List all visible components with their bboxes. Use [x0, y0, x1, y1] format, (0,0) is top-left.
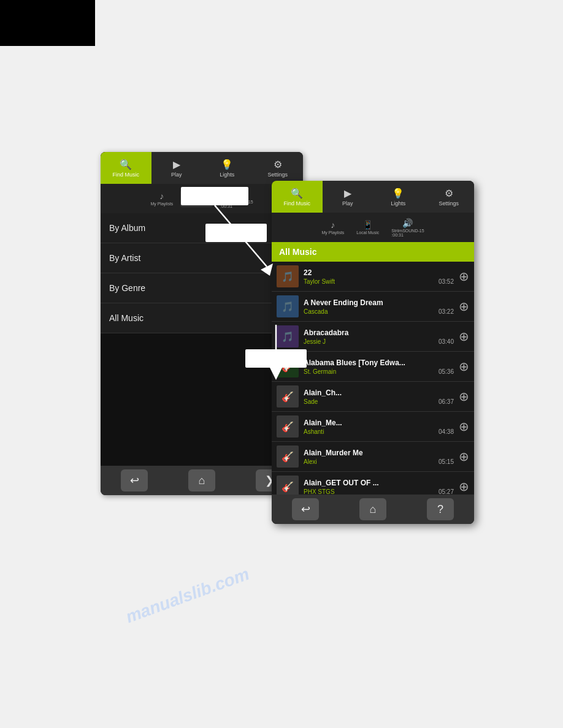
bottom-bar-right: ↩ ⌂ ?	[272, 495, 474, 524]
tab-lights-left[interactable]: 💡 Lights	[202, 152, 253, 184]
lights-icon-left: 💡	[221, 159, 233, 170]
song-meta-ned: Cascada 03:22	[304, 308, 454, 315]
song-duration-ned: 03:22	[439, 308, 454, 315]
tab-find-music-label-right: Find Music	[283, 200, 310, 207]
add-button-murder[interactable]: ⊕	[459, 449, 469, 464]
tab-settings-left[interactable]: ⚙ Settings	[253, 152, 304, 184]
striim-label-right: StriimSOUND-15:00:31	[391, 229, 424, 237]
song-title-getout: Alain_GET OUT OF ...	[304, 479, 454, 487]
song-title-alain-me: Alain_Me...	[304, 419, 454, 427]
tab-play-label-right: Play	[342, 200, 353, 207]
add-button-ned[interactable]: ⊕	[459, 299, 469, 314]
my-playlists-icon-left: ♪	[159, 191, 164, 201]
song-info-22: 22 Taylor Swift 03:52	[304, 268, 454, 285]
local-music-label-left: Local Music	[185, 202, 208, 206]
song-item-alain-ch[interactable]: 🎸 Alain_Ch... Sade 06:37 ⊕	[272, 382, 474, 412]
song-title-abra: Abracadabra	[304, 328, 454, 337]
tab-play-left[interactable]: ▶ Play	[151, 152, 202, 184]
tab-find-music-right[interactable]: 🔍 Find Music	[272, 181, 323, 213]
song-item-alain-murder-me[interactable]: 🎸 Alain_Murder Me Alexi 05:15 ⊕	[272, 442, 474, 472]
source-striim-right[interactable]: 🔊 StriimSOUND-15:00:31	[386, 217, 429, 238]
add-button-alain-me[interactable]: ⊕	[459, 419, 469, 434]
song-meta-alain-me: Ashanti 04:38	[304, 428, 454, 435]
add-button-alain-ch[interactable]: ⊕	[459, 389, 469, 404]
song-artist-alain-ch: Sade	[304, 398, 318, 405]
tab-play-label-left: Play	[171, 172, 182, 178]
song-artist-alain-me: Ashanti	[304, 428, 324, 435]
tab-lights-right[interactable]: 💡 Lights	[373, 181, 424, 213]
play-icon-left: ▶	[173, 159, 180, 170]
song-item-alain-me[interactable]: 🎸 Alain_Me... Ashanti 04:38 ⊕	[272, 412, 474, 442]
my-playlists-label-right: My Playlists	[321, 230, 344, 235]
song-item-abracadabra[interactable]: 🎵 Abracadabra Jessie J 03:40 ⊕	[272, 322, 474, 352]
tab-settings-right[interactable]: ⚙ Settings	[424, 181, 475, 213]
home-button-right[interactable]: ⌂	[359, 498, 386, 520]
song-duration-getout: 05:27	[439, 488, 454, 495]
watermark: manualslib.com	[123, 564, 252, 627]
source-my-playlists-right[interactable]: ♪ My Playlists	[316, 219, 349, 236]
back-button-left[interactable]: ↩	[121, 469, 148, 491]
song-duration-abra: 03:40	[439, 338, 454, 345]
song-thumb-alabama: 🎸	[277, 355, 299, 377]
tab-settings-label-right: Settings	[439, 200, 459, 207]
song-thumb-murder: 🎸	[277, 446, 299, 468]
song-artist-ned: Cascada	[304, 308, 327, 315]
song-title-22: 22	[304, 268, 454, 277]
song-artist-abra: Jessie J	[304, 338, 326, 345]
tab-find-music-label-left: Find Music	[112, 172, 139, 178]
tab-lights-label-right: Lights	[391, 200, 405, 207]
my-playlists-label-left: My Playlists	[150, 202, 173, 206]
settings-icon-right: ⚙	[445, 188, 453, 199]
add-button-abra[interactable]: ⊕	[459, 329, 469, 344]
song-info-alain-me: Alain_Me... Ashanti 04:38	[304, 419, 454, 435]
striim-label-left: StriimSOUND-15:00:31	[220, 200, 253, 208]
help-button-right[interactable]: ?	[427, 498, 454, 520]
tab-bar-left: 🔍 Find Music ▶ Play 💡 Lights ⚙ Settings	[101, 152, 303, 184]
song-duration-22: 03:52	[439, 278, 454, 285]
song-meta-alain-ch: Sade 06:37	[304, 398, 454, 405]
tab-bar-right: 🔍 Find Music ▶ Play 💡 Lights ⚙ Settings	[272, 181, 474, 213]
source-local-music-left[interactable]: 📱 Local Music	[180, 190, 213, 207]
song-meta-abra: Jessie J 03:40	[304, 338, 454, 345]
song-duration-alabama: 05:36	[439, 368, 454, 375]
tab-find-music-left[interactable]: 🔍 Find Music	[101, 152, 151, 184]
song-thumb-getout: 🎸	[277, 476, 299, 495]
song-artist-getout: PHX STGS	[304, 488, 335, 495]
song-title-ned: A Never Ending Dream	[304, 298, 454, 307]
song-item-never-ending-dream[interactable]: 🎵 A Never Ending Dream Cascada 03:22 ⊕	[272, 292, 474, 322]
song-artist-murder: Alexi	[304, 458, 317, 465]
source-bar-right: ♪ My Playlists 📱 Local Music 🔊 StriimSOU…	[272, 213, 474, 242]
source-my-playlists-left[interactable]: ♪ My Playlists	[145, 190, 178, 207]
song-title-alain-ch: Alain_Ch...	[304, 389, 454, 397]
local-music-icon-right: 📱	[362, 220, 373, 230]
my-playlists-icon-right: ♪	[331, 220, 335, 230]
tab-lights-label-left: Lights	[220, 172, 234, 178]
find-music-icon-right: 🔍	[291, 188, 303, 199]
song-info-getout: Alain_GET OUT OF ... PHX STGS 05:27	[304, 479, 454, 495]
lights-icon-right: 💡	[392, 188, 404, 199]
source-local-music-right[interactable]: 📱 Local Music	[351, 219, 384, 236]
song-artist-alabama: St. Germain	[304, 368, 336, 375]
add-button-getout[interactable]: ⊕	[459, 479, 469, 494]
back-button-right[interactable]: ↩	[292, 498, 319, 520]
song-thumb-22: 🎵	[277, 265, 299, 287]
music-list[interactable]: 🎵 22 Taylor Swift 03:52 ⊕ 🎵 A Never Endi…	[272, 262, 474, 495]
song-item-22[interactable]: 🎵 22 Taylor Swift 03:52 ⊕	[272, 262, 474, 292]
local-music-icon-left: 📱	[191, 191, 202, 201]
song-duration-alain-ch: 06:37	[439, 398, 454, 405]
song-item-alain-getout[interactable]: 🎸 Alain_GET OUT OF ... PHX STGS 05:27 ⊕	[272, 472, 474, 495]
song-info-ned: A Never Ending Dream Cascada 03:22	[304, 298, 454, 315]
home-button-left[interactable]: ⌂	[188, 469, 215, 491]
song-info-alabama: Alabama Blues [Tony Edwa... St. Germain …	[304, 358, 454, 375]
striim-icon-left: 🔊	[231, 189, 242, 199]
add-button-alabama[interactable]: ⊕	[459, 359, 469, 374]
tab-play-right[interactable]: ▶ Play	[323, 181, 373, 213]
find-music-icon-left: 🔍	[120, 159, 132, 170]
top-black-box	[0, 0, 95, 46]
source-striim-left[interactable]: 🔊 StriimSOUND-15:00:31	[215, 188, 258, 210]
add-button-22[interactable]: ⊕	[459, 269, 469, 284]
song-duration-murder: 05:15	[439, 458, 454, 465]
song-item-alabama-blues[interactable]: 🎸 Alabama Blues [Tony Edwa... St. Germai…	[272, 352, 474, 382]
song-meta-murder: Alexi 05:15	[304, 458, 454, 465]
phone-right: 🔍 Find Music ▶ Play 💡 Lights ⚙ Settings …	[272, 181, 474, 524]
